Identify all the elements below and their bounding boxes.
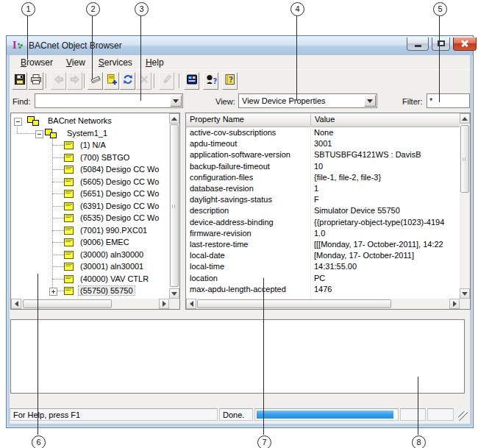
tree-row-device-2[interactable]: (5084) Desigo CC Wo (11, 163, 179, 176)
table-row[interactable]: device-address-binding{{proprietary-obje… (186, 218, 470, 229)
property-name-cell: database-revision (190, 184, 307, 193)
back-button[interactable] (51, 72, 66, 90)
view-dropdown-button[interactable] (364, 95, 376, 107)
tree-row-device-3[interactable]: (5605) Desigo CC Wo (11, 176, 179, 188)
table-row[interactable]: active-cov-subscriptionsNone (186, 128, 470, 139)
table-row[interactable]: last-restore-time[[[Monday, 17- October-… (186, 240, 470, 251)
property-vertical-scrollbar-down-button[interactable] (460, 288, 470, 299)
column-divider[interactable] (310, 114, 311, 126)
property-horizontal-scrollbar-thumb[interactable] (197, 299, 391, 308)
resize-grip[interactable] (458, 411, 468, 421)
property-horizontal-scrollbar-left-button[interactable] (186, 299, 196, 309)
print-button[interactable] (28, 72, 43, 90)
tree-row-device-1[interactable]: (700) SBTGO (11, 152, 179, 164)
tree-item-label: (5084) Desigo CC Wo (79, 165, 160, 174)
device-properties-button[interactable] (184, 72, 199, 90)
menu-item-help[interactable]: Help (139, 56, 171, 68)
table-row[interactable]: apdu-timeout3001 (186, 139, 470, 150)
forward-icon (69, 74, 81, 88)
table-row[interactable]: configuration-files{file-1, file-2, file… (186, 173, 470, 184)
scrollbar-corner (460, 299, 470, 309)
menu-bar: BrowserViewServicesHelp (10, 55, 470, 69)
tree-row-device-8[interactable]: (9006) EMEC (11, 236, 179, 249)
tree-row-device-4[interactable]: (5651) Desigo CC Wo (11, 188, 179, 200)
find-input[interactable] (36, 95, 170, 107)
tree-row-device-11[interactable]: (40000) VAV CTLR (11, 273, 179, 285)
menu-item-view[interactable]: View (60, 56, 92, 68)
svg-text:?: ? (228, 75, 232, 85)
network-icon (27, 116, 40, 126)
property-value-cell: 1 (314, 184, 458, 193)
arrow-right-icon (163, 301, 166, 307)
tree-row-bacnet-networks[interactable]: BACnet Networks (11, 115, 179, 127)
close-button[interactable] (453, 38, 477, 51)
tree-vertical-scrollbar-up-button[interactable] (169, 113, 179, 124)
collapse-icon[interactable] (35, 130, 43, 138)
tree-item-label: (40000) VAV CTLR (79, 274, 150, 283)
tree-row-device-7[interactable]: (7001) 990.PXC01 (11, 224, 179, 237)
tree-item-label: (700) SBTGO (79, 153, 131, 162)
tree-item-label: BACnet Networks (46, 116, 113, 125)
table-row[interactable]: local-date[Monday, 17- October-2011] (186, 251, 470, 262)
tree-row-device-5[interactable]: (6391) Desigo CC Wo (11, 200, 179, 213)
tree-row-device-9[interactable]: (30000) aln30000 (11, 249, 179, 261)
view-combobox[interactable]: View Device Properties (238, 93, 377, 108)
callout-number-1: 1 (21, 2, 35, 16)
filter-input[interactable] (427, 93, 470, 108)
tree-item-label: (5651) Desigo CC Wo (79, 189, 160, 198)
tree-vertical-scrollbar-thumb[interactable] (170, 124, 179, 287)
table-row[interactable]: max-apdu-length-accepted1476 (186, 285, 470, 296)
collapse-icon[interactable] (14, 118, 22, 126)
device-object-icon (64, 251, 74, 259)
tree-vertical-scrollbar-down-button[interactable] (169, 288, 179, 299)
menu-item-services[interactable]: Services (92, 56, 139, 68)
tree-item-label: (30001) aln30001 (79, 262, 145, 271)
maximize-button[interactable] (432, 38, 450, 51)
help-button[interactable]: ? (222, 72, 238, 90)
table-row[interactable]: application-software-versionSBTUSBFG4121… (186, 150, 470, 161)
tree-horizontal-scrollbar-right-button[interactable] (159, 299, 169, 309)
find-combobox[interactable] (35, 93, 183, 108)
forward-button[interactable] (67, 72, 82, 90)
add-object-button[interactable] (104, 72, 119, 90)
tree-row-device-12[interactable]: (55750) 55750 (11, 285, 179, 297)
column-header-value[interactable]: Value (311, 115, 460, 124)
table-row[interactable]: backup-failure-timeout10 (186, 162, 470, 173)
screenshot-canvas: I BACnet Object Browser BrowserViewServi… (0, 0, 478, 448)
minimize-button[interactable] (407, 38, 429, 51)
tree-row-device-10[interactable]: (30001) aln30001 (11, 260, 179, 273)
column-header-property-name[interactable]: Property Name (186, 115, 311, 124)
property-vertical-scrollbar-up-button[interactable] (460, 113, 470, 124)
context-help-button[interactable]: ? (203, 72, 218, 90)
tree-row-device-6[interactable]: (6535) Desigo CC Wo (11, 212, 179, 224)
table-row[interactable]: firmware-revision1.0 (186, 229, 470, 240)
tree-horizontal-scrollbar-left-button[interactable] (11, 299, 21, 309)
table-row[interactable]: descriptionSimulator Device 55750 (186, 206, 470, 217)
table-row[interactable]: daylight-savings-statusF (186, 195, 470, 206)
refresh-button[interactable] (120, 72, 135, 90)
callout-line-3 (140, 15, 141, 101)
expand-icon[interactable] (49, 288, 57, 296)
delete-button[interactable] (136, 72, 151, 90)
table-row[interactable]: database-revision1 (186, 184, 470, 195)
callout-line-4 (296, 15, 297, 101)
property-vertical-scrollbar-thumb[interactable] (460, 125, 469, 193)
property-value-cell: 1476 (314, 285, 458, 294)
tree-horizontal-scrollbar-thumb[interactable] (23, 299, 112, 308)
edit-button[interactable] (159, 72, 174, 90)
table-row[interactable]: locationPC (186, 274, 470, 285)
menu-item-browser[interactable]: Browser (14, 56, 60, 68)
property-value-cell: Simulator Device 55750 (314, 206, 458, 215)
property-value-cell: {file-1, file-2, file-3} (314, 173, 458, 182)
tree-row-device-0[interactable]: (1) N/A (11, 139, 179, 152)
property-horizontal-scrollbar-right-button[interactable] (449, 299, 460, 309)
output-pane[interactable] (10, 319, 465, 394)
tree-row-system1-1[interactable]: System1_1 (11, 127, 179, 140)
toolbar: ?? (10, 69, 470, 91)
device-object-icon (64, 154, 74, 162)
erase-button[interactable] (88, 72, 103, 90)
find-dropdown-button[interactable] (170, 95, 182, 107)
table-row[interactable]: local-time14:31:55.00 (186, 262, 470, 273)
save-button[interactable] (12, 72, 27, 90)
title-bar[interactable]: I BACnet Object Browser (7, 36, 473, 55)
